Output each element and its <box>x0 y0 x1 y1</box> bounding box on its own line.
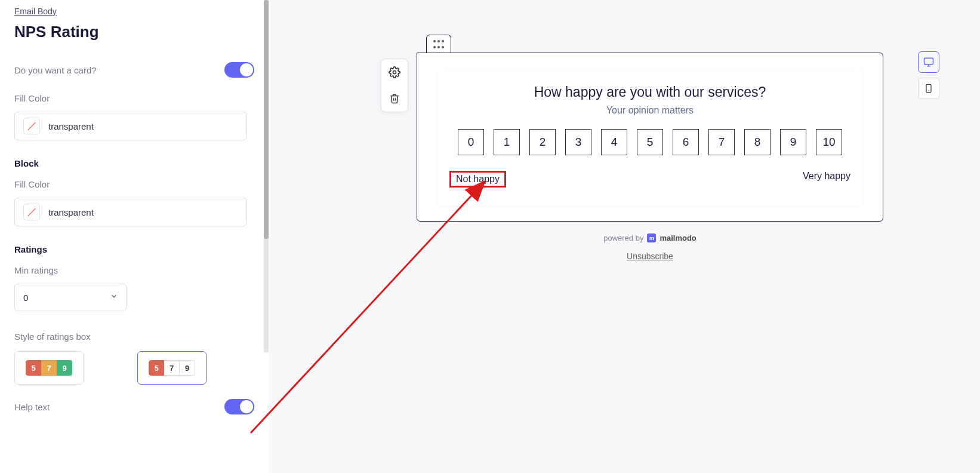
help-text-left: Not happy <box>449 171 506 188</box>
style-pill: 7 <box>164 360 180 376</box>
rating-button-10[interactable]: 10 <box>816 129 842 155</box>
rating-button-8[interactable]: 8 <box>744 129 771 155</box>
card-toggle[interactable] <box>224 62 254 78</box>
nps-card: How happy are you with our services? You… <box>437 69 862 205</box>
breadcrumb-link[interactable]: Email Body <box>14 7 57 16</box>
style-option-solid[interactable]: 5 7 9 <box>14 351 84 385</box>
help-text-label: Help text <box>14 402 50 412</box>
card-fill-value: transparent <box>48 121 94 131</box>
block-fill-label: Fill Color <box>14 179 254 189</box>
mailmodo-logo-icon: m <box>647 234 656 242</box>
mobile-view-button[interactable] <box>918 78 939 99</box>
help-text-toggle[interactable] <box>224 399 254 414</box>
rating-button-2[interactable]: 2 <box>529 129 556 155</box>
rating-button-3[interactable]: 3 <box>565 129 591 155</box>
svg-point-0 <box>393 71 396 74</box>
help-text-right: Very happy <box>803 171 850 188</box>
gear-icon <box>389 66 400 78</box>
desktop-view-button[interactable] <box>918 51 939 73</box>
desktop-icon <box>923 57 934 67</box>
min-ratings-select[interactable]: 0 <box>14 284 127 311</box>
rating-button-6[interactable]: 6 <box>673 129 699 155</box>
style-option-outline[interactable]: 5 7 9 <box>137 351 207 385</box>
style-pill: 5 <box>149 360 164 376</box>
rating-button-0[interactable]: 0 <box>458 129 484 155</box>
sidebar-scrollbar-thumb[interactable] <box>264 0 269 239</box>
page-title: NPS Rating <box>14 23 254 41</box>
mobile-icon <box>924 84 933 93</box>
trash-icon <box>389 93 400 104</box>
drag-handle-icon[interactable] <box>426 35 451 53</box>
rating-button-9[interactable]: 9 <box>780 129 806 155</box>
card-fill-input[interactable]: transparent <box>14 112 247 140</box>
block-delete-button[interactable] <box>381 85 408 112</box>
style-pill: 5 <box>26 360 41 376</box>
style-pill: 9 <box>57 360 72 376</box>
transparent-swatch-icon <box>23 204 40 220</box>
rating-button-1[interactable]: 1 <box>494 129 520 155</box>
powered-by: powered by m mailmodo <box>603 234 697 242</box>
svg-rect-1 <box>924 58 933 64</box>
card-toggle-label: Do you want a card? <box>14 65 97 75</box>
rating-button-5[interactable]: 5 <box>637 129 663 155</box>
nps-subtitle: Your opinion matters <box>446 105 854 116</box>
style-pill: 9 <box>180 360 195 376</box>
rating-row: 012345678910 <box>446 129 854 155</box>
style-pill: 7 <box>41 360 57 376</box>
transparent-swatch-icon <box>23 118 40 134</box>
svg-rect-4 <box>926 84 931 92</box>
unsubscribe-link[interactable]: Unsubscribe <box>627 251 673 261</box>
nps-question: How happy are you with our services? <box>446 84 854 100</box>
ratings-section-label: Ratings <box>14 244 254 254</box>
block-section-label: Block <box>14 158 254 168</box>
block-fill-value: transparent <box>48 207 94 217</box>
block-settings-button[interactable] <box>381 59 408 85</box>
rating-button-4[interactable]: 4 <box>601 129 627 155</box>
block-fill-input[interactable]: transparent <box>14 198 247 226</box>
preview-block[interactable]: How happy are you with our services? You… <box>417 53 883 222</box>
card-fill-label: Fill Color <box>14 93 254 103</box>
min-ratings-label: Min ratings <box>14 265 254 275</box>
style-label: Style of ratings box <box>14 331 254 342</box>
rating-button-7[interactable]: 7 <box>708 129 735 155</box>
